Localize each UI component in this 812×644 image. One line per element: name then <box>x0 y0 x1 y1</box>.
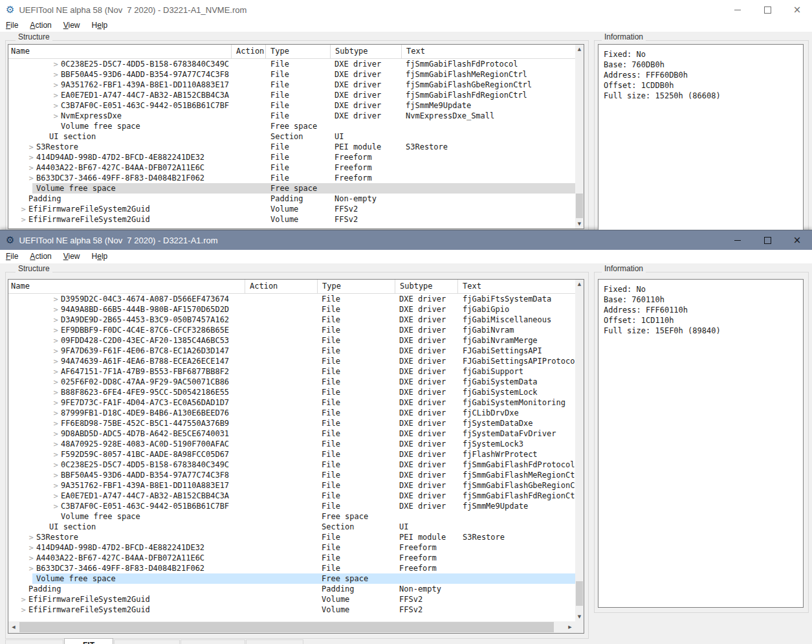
tree-row[interactable]: Volume free spaceFree space <box>8 183 575 194</box>
chevron-right-icon[interactable]: > <box>53 367 58 377</box>
tree-row[interactable]: >94A74639-A61F-4EA6-B788-ECEA26ECE147Fil… <box>8 356 575 366</box>
tree-row[interactable]: >B633DC37-3466-49FF-8F83-D4084B21F062Fil… <box>8 563 575 573</box>
tree-row[interactable]: >NvmExpressDxeFileDXE driverNvmExpressDx… <box>8 111 575 121</box>
column-header-text[interactable]: Text <box>457 280 481 293</box>
chevron-right-icon[interactable]: > <box>21 215 26 225</box>
triangle-up-icon[interactable]: ▲ <box>575 280 584 289</box>
chevron-right-icon[interactable]: > <box>28 543 34 553</box>
chevron-right-icon[interactable]: > <box>28 533 34 543</box>
tree-row[interactable]: Volume free spaceFree space <box>8 121 575 131</box>
chevron-right-icon[interactable]: > <box>53 315 58 326</box>
chevron-right-icon[interactable]: > <box>53 377 58 388</box>
menu-view[interactable]: View <box>58 19 86 32</box>
tree-row[interactable]: Volume free spaceFree space <box>8 573 575 584</box>
tree-row[interactable]: PaddingPaddingNon-empty <box>8 194 575 204</box>
menu-action[interactable]: Action <box>24 250 57 263</box>
scrollbar-thumb[interactable] <box>576 581 583 606</box>
chevron-right-icon[interactable]: > <box>28 173 34 184</box>
menu-help[interactable]: Help <box>86 250 114 263</box>
chevron-right-icon[interactable]: > <box>53 450 58 460</box>
tree-row[interactable]: >B633DC37-3466-49FF-8F83-D4084B21F062Fil… <box>8 173 575 183</box>
tree-row[interactable]: >C3B7AF0C-E051-463C-9442-051B6B61C7BFFil… <box>8 100 575 111</box>
chevron-right-icon[interactable]: > <box>53 91 58 101</box>
chevron-right-icon[interactable]: > <box>53 357 58 367</box>
tree-row[interactable]: Volume free spaceFree space <box>8 511 575 522</box>
column-header-subtype[interactable]: Subtype <box>330 45 368 58</box>
menu-view[interactable]: View <box>58 250 86 263</box>
column-header-text[interactable]: Text <box>401 45 425 58</box>
tab-clipped-4[interactable] <box>246 639 303 644</box>
triangle-down-icon[interactable]: ▼ <box>575 612 584 621</box>
column-header-name[interactable]: Name <box>8 45 30 58</box>
chevron-right-icon[interactable]: > <box>53 398 58 408</box>
tree-row[interactable]: >87999FB1-D18C-4DE9-B4B6-A130E6BEED76Fil… <box>8 408 575 418</box>
chevron-right-icon[interactable]: > <box>28 142 34 153</box>
column-header-subtype[interactable]: Subtype <box>395 280 433 293</box>
chevron-right-icon[interactable]: > <box>53 429 58 439</box>
tree-row[interactable]: UI sectionSectionUI <box>8 131 575 142</box>
chevron-right-icon[interactable]: > <box>53 70 58 80</box>
tree-row[interactable]: >EfiFirmwareFileSystem2GuidVolumeFFSv2 <box>8 204 575 214</box>
tab-clipped-0[interactable] <box>5 639 63 644</box>
close-button[interactable]: × <box>782 0 812 19</box>
tree-row[interactable]: >EfiFirmwareFileSystem2GuidVolumeFFSv2 <box>8 594 575 605</box>
structure-tree[interactable]: NameActionTypeSubtypeText >D3959D2C-04C3… <box>8 279 584 634</box>
tree-row[interactable]: >9FE7D73C-FA1F-4D04-A7C3-EC0A56DAD1D7Fil… <box>8 397 575 408</box>
horizontal-scrollbar[interactable]: ◀ ▶ <box>8 621 584 633</box>
chevron-right-icon[interactable]: > <box>28 553 34 564</box>
maximize-button[interactable] <box>752 230 782 250</box>
triangle-right-icon[interactable]: ▶ <box>565 621 575 633</box>
tree-row[interactable]: >EfiFirmwareFileSystem2GuidVolumeFFSv2 <box>8 214 575 225</box>
maximize-button[interactable] <box>752 0 782 19</box>
chevron-right-icon[interactable]: > <box>21 205 26 215</box>
triangle-up-icon[interactable]: ▲ <box>575 45 584 54</box>
tree-row[interactable]: >A4403A22-BF67-427C-B4AA-DFB072A11E6CFil… <box>8 162 575 173</box>
chevron-right-icon[interactable]: > <box>21 605 26 616</box>
chevron-right-icon[interactable]: > <box>53 101 58 111</box>
chevron-right-icon[interactable]: > <box>53 439 58 450</box>
chevron-right-icon[interactable]: > <box>28 163 34 173</box>
vertical-scrollbar[interactable]: ▲ ▼ <box>575 280 584 621</box>
chevron-right-icon[interactable]: > <box>53 481 58 491</box>
minimize-button[interactable] <box>723 230 752 250</box>
tree-row[interactable]: >9A351762-FBF1-439A-B8E1-DD110A883E17Fil… <box>8 480 575 491</box>
tree-row[interactable]: >BBF50A45-93D6-4ADD-B354-97A77C74C3F8Fil… <box>8 470 575 480</box>
chevron-right-icon[interactable]: > <box>53 111 58 122</box>
tree-row[interactable]: >A4403A22-BF67-427C-B4AA-DFB072A11E6CFil… <box>8 553 575 563</box>
tree-row[interactable]: >09FDD428-C2D0-43EC-AF20-1385C4A6BC53Fil… <box>8 335 575 346</box>
titlebar[interactable]: ⚙ UEFITool NE alpha 58 (Nov 7 2020) - D3… <box>0 0 812 19</box>
scrollbar-thumb[interactable] <box>576 194 583 218</box>
tree-row[interactable]: PaddingPaddingNon-empty <box>8 584 575 594</box>
column-header-name[interactable]: Name <box>8 280 30 293</box>
tree-row[interactable]: >EA0E7ED1-A747-44C7-AB32-AB152CBB4C3AFil… <box>8 90 575 100</box>
chevron-right-icon[interactable]: > <box>53 491 58 502</box>
tree-row[interactable]: >414D94AD-998D-47D2-BFCD-4E882241DE32Fil… <box>8 542 575 553</box>
vertical-scrollbar[interactable]: ▲ ▼ <box>575 45 584 228</box>
column-header-type[interactable]: Type <box>317 280 341 293</box>
tree-row[interactable]: >9FA7D639-F61F-4E06-B7C8-EC1A26D3D147Fil… <box>8 346 575 356</box>
chevron-right-icon[interactable]: > <box>53 388 58 398</box>
tree-row[interactable]: >AF647151-7F1A-47B9-B553-FBF6877BB8F2Fil… <box>8 366 575 377</box>
chevron-right-icon[interactable]: > <box>28 564 34 574</box>
tree-row[interactable]: >9A351762-FBF1-439A-B8E1-DD110A883E17Fil… <box>8 80 575 90</box>
tree-row[interactable]: >S3RestoreFilePEI moduleS3Restore <box>8 532 575 542</box>
tree-row[interactable]: UI sectionSectionUI <box>8 522 575 532</box>
tab-clipped-3[interactable] <box>181 639 245 644</box>
menu-action[interactable]: Action <box>24 19 57 32</box>
minimize-button[interactable] <box>723 0 752 19</box>
tree-header[interactable]: NameActionTypeSubtypeText <box>8 280 575 294</box>
chevron-right-icon[interactable]: > <box>53 60 58 70</box>
chevron-right-icon[interactable]: > <box>53 502 58 512</box>
tree-row[interactable]: >F592D59C-8057-41BC-AADE-8A98FCC05D67Fil… <box>8 449 575 460</box>
tree-row[interactable]: >48A70925-928E-4083-AC0D-5190F700AFACFil… <box>8 439 575 449</box>
chevron-right-icon[interactable]: > <box>53 346 58 357</box>
chevron-right-icon[interactable]: > <box>21 595 26 605</box>
chevron-right-icon[interactable]: > <box>53 460 58 471</box>
chevron-right-icon[interactable]: > <box>53 336 58 346</box>
titlebar[interactable]: ⚙ UEFITool NE alpha 58 (Nov 7 2020) - D3… <box>0 230 812 250</box>
tree-row[interactable]: >0C238E25-D5C7-4DD5-B158-6783840C349CFil… <box>8 59 575 69</box>
tree-row[interactable]: >9D8ABD5D-ADC5-4D7B-A642-BE5CE6740031Fil… <box>8 428 575 439</box>
scrollbar-thumb[interactable] <box>19 622 554 632</box>
tree-row[interactable]: >S3RestoreFilePEI moduleS3Restore <box>8 142 575 152</box>
chevron-right-icon[interactable]: > <box>53 326 58 336</box>
